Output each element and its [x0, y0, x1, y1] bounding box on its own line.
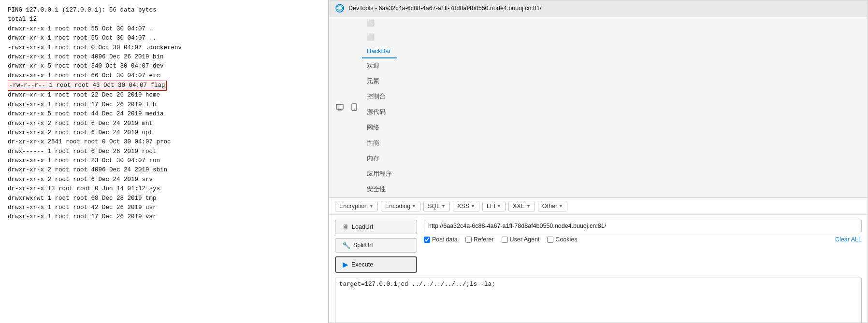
- terminal-line: drwx------ 1 root root 6 Dec 26 2019 roo…: [8, 147, 320, 156]
- chevron-icon: ▼: [497, 204, 501, 209]
- terminal-line: total 12: [8, 15, 320, 24]
- post-data-checkbox[interactable]: [424, 237, 430, 243]
- hackbar-right: Post data Referer User Agent Cookies C: [417, 220, 862, 273]
- terminal-line: PING 127.0.0.1 (127.0.0.1): 56 data byte…: [8, 6, 320, 15]
- tab-icon-1[interactable]: [333, 99, 347, 115]
- post-data-label: Post data: [432, 236, 458, 243]
- svg-rect-1: [336, 104, 343, 109]
- terminal-line: drwxr-xr-x 1 root root 23 Oct 30 04:07 r…: [8, 156, 320, 166]
- terminal-line: drwxr-xr-x 1 root root 22 Dec 26 2019 ho…: [8, 91, 320, 100]
- dropdown-other[interactable]: Other▼: [538, 201, 567, 211]
- terminal-line: drwxr-xr-x 1 root root 17 Dec 26 2019 li…: [8, 100, 320, 110]
- dropdown-lfi[interactable]: LFI▼: [482, 201, 506, 211]
- svg-point-6: [354, 109, 355, 110]
- edge-browser-icon: [335, 3, 345, 13]
- dropdown-encryption[interactable]: Encryption▼: [335, 201, 378, 211]
- dropdown-xxe[interactable]: XXE▼: [508, 201, 535, 211]
- chevron-icon: ▼: [412, 204, 416, 209]
- tab-安全性[interactable]: 安全性: [362, 182, 397, 197]
- cookies-label: Cookies: [555, 236, 577, 243]
- devtools-tabbar: ⬜⬜HackBar欢迎元素控制台源代码网络性能内存应用程序安全性: [329, 16, 868, 198]
- user-agent-checkbox[interactable]: [502, 237, 508, 243]
- terminal-line: drwxr-xr-x 1 root root 42 Dec 26 2019 us…: [8, 203, 320, 212]
- dropdown-label-xxe: XXE: [513, 203, 525, 210]
- options-row: Post data Referer User Agent Cookies C: [424, 236, 862, 243]
- option-cookies[interactable]: Cookies: [547, 236, 577, 243]
- chevron-icon: ▼: [441, 204, 446, 209]
- devtools-titlebar: DevTools - 6aa32c4a-6c88-4a67-a1ff-78d8a…: [329, 0, 868, 16]
- referer-label: Referer: [474, 236, 494, 243]
- tab-内存[interactable]: 内存: [362, 151, 397, 167]
- hackbar-buttons: 🖥 LoadUrl 🔧 SplitUrl ▶ Execute: [335, 220, 417, 273]
- hackbar-textarea[interactable]: target=127.0.0.1;cd ../../../../../;ls -…: [335, 278, 862, 323]
- hackbar-toolbar: Encryption▼Encoding▼SQL▼XSS▼LFI▼XXE▼Othe…: [329, 198, 868, 215]
- dropdown-label-xss: XSS: [457, 203, 469, 210]
- dropdown-label-other: Other: [542, 203, 557, 210]
- hackbar-textarea-row: target=127.0.0.1;cd ../../../../../;ls -…: [329, 278, 868, 323]
- terminal-line: drwxr-xr-x 2 root root 6 Dec 24 2019 mnt: [8, 119, 320, 128]
- referer-checkbox[interactable]: [465, 237, 472, 243]
- chevron-icon: ▼: [369, 204, 374, 209]
- dropdown-label-encoding: Encoding: [385, 203, 410, 210]
- execute-icon: ▶: [343, 260, 348, 269]
- terminal-line: drwxr-xr-x 1 root root 66 Oct 30 04:07 e…: [8, 71, 320, 81]
- execute-label: Execute: [351, 261, 373, 268]
- terminal-line: drwxr-xr-x 2 root root 6 Dec 24 2019 opt: [8, 128, 320, 138]
- chevron-icon: ▼: [471, 204, 475, 209]
- tab-应用程序[interactable]: 应用程序: [362, 167, 397, 182]
- option-post-data[interactable]: Post data: [424, 236, 458, 243]
- terminal-line: dr-xr-xr-x 2541 root root 0 Oct 30 04:07…: [8, 138, 320, 147]
- tab-hackbar[interactable]: HackBar: [362, 44, 397, 58]
- option-referer[interactable]: Referer: [465, 236, 494, 243]
- chevron-icon: ▼: [559, 204, 563, 209]
- load-url-button[interactable]: 🖥 LoadUrl: [335, 220, 417, 234]
- terminal-line: drwxr-xr-x 1 root root 55 Oct 30 04:07 .: [8, 25, 320, 34]
- terminal-panel: PING 127.0.0.1 (127.0.0.1): 56 data byte…: [0, 0, 329, 323]
- terminal-line: drwxr-xr-x 2 root root 6 Dec 24 2019 srv: [8, 175, 320, 184]
- split-url-button[interactable]: 🔧 SplitUrl: [335, 238, 417, 253]
- split-url-icon: 🔧: [342, 241, 350, 249]
- dropdown-list: Encryption▼Encoding▼SQL▼XSS▼LFI▼XXE▼Othe…: [335, 201, 567, 211]
- tab-list: ⬜⬜HackBar欢迎元素控制台源代码网络性能内存应用程序安全性: [362, 16, 397, 197]
- terminal-line: drwxr-xr-x 5 root root 44 Dec 24 2019 me…: [8, 110, 320, 119]
- terminal-line: drwxr-xr-x 2 root root 4096 Dec 24 2019 …: [8, 166, 320, 175]
- load-url-icon: 🖥: [342, 223, 349, 231]
- terminal-line: drwxrwxrwt 1 root root 68 Dec 28 2019 tm…: [8, 194, 320, 203]
- dropdown-encoding[interactable]: Encoding▼: [381, 201, 420, 211]
- dropdown-sql[interactable]: SQL▼: [423, 201, 450, 211]
- clear-all-button[interactable]: Clear ALL: [835, 236, 862, 243]
- devtools-panel: DevTools - 6aa32c4a-6c88-4a67-a1ff-78d8a…: [329, 0, 868, 323]
- dropdown-xss[interactable]: XSS▼: [453, 201, 479, 211]
- dropdown-label-encryption: Encryption: [339, 203, 368, 210]
- terminal-line: -rw-r--r-- 1 root root 43 Oct 30 04:07 f…: [8, 81, 167, 91]
- chevron-icon: ▼: [526, 204, 531, 209]
- terminal-line: drwxr-xr-x 1 root root 4096 Dec 26 2019 …: [8, 53, 320, 62]
- dropdown-label-lfi: LFI: [487, 203, 495, 210]
- tab-icon1[interactable]: ⬜: [362, 16, 397, 30]
- terminal-line: drwxr-xr-x 5 root root 340 Oct 30 04:07 …: [8, 62, 320, 71]
- tab-欢迎[interactable]: 欢迎: [362, 58, 397, 74]
- tab-元素[interactable]: 元素: [362, 74, 397, 89]
- execute-button[interactable]: ▶ Execute: [335, 256, 417, 273]
- devtools-title: DevTools - 6aa32c4a-6c88-4a67-a1ff-78d8a…: [348, 5, 541, 12]
- terminal-line: drwxr-xr-x 1 root root 17 Dec 26 2019 va…: [8, 212, 320, 222]
- user-agent-label: User Agent: [510, 236, 540, 243]
- terminal-line: drwxr-xr-x 1 root root 55 Oct 30 04:07 .…: [8, 34, 320, 43]
- hackbar-main: 🖥 LoadUrl 🔧 SplitUrl ▶ Execute: [329, 215, 868, 278]
- cookies-checkbox[interactable]: [547, 237, 553, 243]
- devtools-body: Encryption▼Encoding▼SQL▼XSS▼LFI▼XXE▼Othe…: [329, 198, 868, 323]
- tab-控制台[interactable]: 控制台: [362, 89, 397, 105]
- load-url-label: LoadUrl: [352, 224, 373, 230]
- terminal-line: -rwxr-xr-x 1 root root 0 Oct 30 04:07 .d…: [8, 43, 320, 53]
- tab-icon-2[interactable]: [347, 99, 361, 115]
- terminal-output: PING 127.0.0.1 (127.0.0.1): 56 data byte…: [8, 6, 320, 222]
- tab-网络[interactable]: 网络: [362, 120, 397, 136]
- tab-源代码[interactable]: 源代码: [362, 105, 397, 120]
- tab-性能[interactable]: 性能: [362, 136, 397, 151]
- terminal-line: dr-xr-xr-x 13 root root 0 Jun 14 01:12 s…: [8, 184, 320, 194]
- option-user-agent[interactable]: User Agent: [502, 236, 540, 243]
- dropdown-label-sql: SQL: [428, 203, 440, 210]
- url-input[interactable]: [424, 220, 862, 232]
- tab-icon2[interactable]: ⬜: [362, 30, 397, 44]
- split-url-label: SplitUrl: [353, 242, 373, 249]
